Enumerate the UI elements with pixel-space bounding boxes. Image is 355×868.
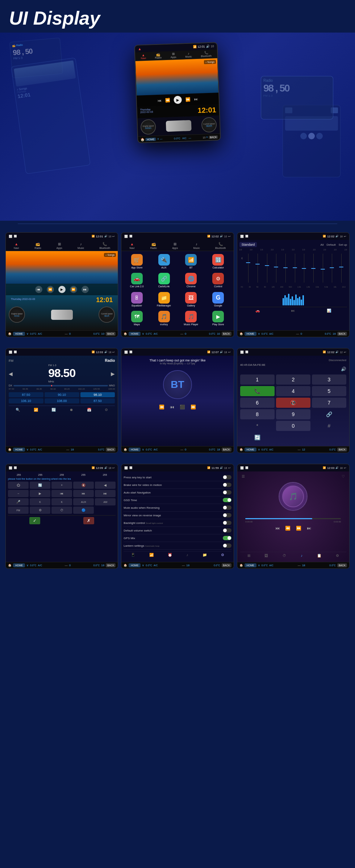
app-gallery[interactable]: 🖼Gallery bbox=[179, 292, 204, 309]
music-ff-icon[interactable]: ⏩ bbox=[296, 526, 301, 531]
cancel-button[interactable]: ✗ bbox=[83, 517, 94, 524]
confirm-button[interactable]: ✓ bbox=[29, 517, 40, 524]
app-chrome[interactable]: 🌐Chrome bbox=[179, 273, 204, 289]
toggle-lantern-switch[interactable] bbox=[223, 543, 231, 548]
app-carlink[interactable]: 🚗Car Link 2.0 bbox=[124, 273, 149, 289]
app-musicplayer[interactable]: 🎵Music Player bbox=[179, 311, 204, 327]
app-carbitlink[interactable]: 🔗CarbitLink bbox=[151, 273, 176, 289]
steer-mute[interactable]: 🔇 bbox=[73, 482, 94, 489]
steer-play[interactable]: ▶ bbox=[30, 490, 50, 497]
app-eq[interactable]: 🎚Equalizer bbox=[124, 292, 149, 309]
app-files[interactable]: 📁FileManager bbox=[151, 292, 176, 309]
prev-btn[interactable]: ⏮ bbox=[35, 286, 42, 293]
steer-k1[interactable]: K bbox=[30, 498, 50, 505]
back-button[interactable]: BACK bbox=[106, 332, 116, 336]
eq-all[interactable]: All bbox=[321, 243, 324, 246]
steer-fm[interactable]: FM bbox=[8, 507, 29, 514]
steer-volup[interactable]: + bbox=[51, 482, 72, 489]
dial-hash[interactable]: # bbox=[312, 421, 346, 431]
back-btn-settings[interactable]: BACK bbox=[222, 563, 231, 567]
settings-wifi-icon[interactable]: 📶 bbox=[149, 553, 154, 557]
ff-btn[interactable]: ⏩ bbox=[70, 286, 77, 293]
app-mxkey[interactable]: 🎵mxKey bbox=[151, 311, 176, 327]
settings-phone-icon[interactable]: 📱 bbox=[131, 553, 135, 557]
toggle-volume-switch[interactable] bbox=[223, 528, 231, 533]
steer-mic[interactable]: 🎤 bbox=[8, 498, 29, 505]
steer-ff[interactable]: ⏭ bbox=[73, 490, 94, 497]
preset-4[interactable]: 106.10 bbox=[9, 398, 43, 403]
dial-4[interactable]: 4 bbox=[276, 386, 310, 396]
preset-1[interactable]: 87.50 bbox=[9, 392, 43, 397]
music-settings-icon[interactable]: ⚙ bbox=[336, 554, 339, 558]
hangup-btn[interactable]: 📵 bbox=[276, 398, 310, 408]
music-next-icon[interactable]: ⏭ bbox=[307, 526, 311, 531]
back-btn-steering[interactable]: BACK bbox=[106, 563, 116, 567]
music-prev-icon[interactable]: ⏮ bbox=[275, 526, 280, 531]
settings-gear-icon[interactable]: ⚙ bbox=[221, 553, 224, 557]
home-btn-bt[interactable]: HOME bbox=[129, 448, 141, 452]
back-btn-phone[interactable]: BACK bbox=[337, 448, 347, 452]
dial-star[interactable]: * bbox=[240, 421, 275, 431]
back-btn-bt[interactable]: BACK bbox=[222, 448, 231, 452]
steer-k2[interactable]: K bbox=[51, 498, 72, 505]
dial-8[interactable]: 8 bbox=[240, 409, 275, 419]
home-btn-steering[interactable]: HOME bbox=[13, 563, 25, 567]
toggle-press-key-switch[interactable] bbox=[223, 475, 231, 479]
dial-0[interactable]: 0 bbox=[276, 421, 310, 431]
eq-setup[interactable]: Set up bbox=[339, 243, 347, 246]
home-btn-music[interactable]: HOME bbox=[245, 563, 256, 567]
music-heart-icon[interactable]: ♡ bbox=[342, 474, 345, 478]
preset-5[interactable]: 108.00 bbox=[45, 398, 79, 403]
music-photo-icon[interactable]: 🖼 bbox=[264, 554, 268, 558]
dial-2[interactable]: 2 bbox=[276, 374, 310, 385]
steer-next[interactable]: ⏭ bbox=[95, 490, 116, 497]
steer-voldown[interactable]: − bbox=[8, 490, 29, 497]
steer-source[interactable]: 🔄 bbox=[30, 482, 50, 489]
preset-2[interactable]: 90.10 bbox=[45, 392, 79, 397]
toggle-gsd-switch[interactable] bbox=[223, 498, 231, 502]
steer-am[interactable]: AM bbox=[95, 498, 116, 505]
toggle-gps-switch[interactable] bbox=[223, 536, 231, 540]
refresh-btn[interactable]: 🔄 bbox=[240, 432, 275, 443]
preset-3[interactable]: 98.10 bbox=[80, 392, 115, 397]
freq-prev[interactable]: ◀ bbox=[9, 371, 13, 377]
steer-rew[interactable]: ⏮ bbox=[51, 490, 72, 497]
music-note-icon[interactable]: ♪ bbox=[301, 554, 302, 558]
settings-time-icon[interactable]: ⏰ bbox=[168, 553, 172, 557]
app-playstore[interactable]: ▶Play Store bbox=[206, 311, 231, 327]
music-list-icon[interactable]: 📋 bbox=[317, 554, 321, 558]
toggle-brake-switch[interactable] bbox=[223, 483, 231, 487]
play-btn[interactable]: ▶ bbox=[58, 286, 66, 293]
back-btn-music[interactable]: BACK bbox=[337, 563, 347, 567]
bt-ff[interactable]: ⏩ bbox=[191, 405, 196, 410]
steer-gear[interactable]: ⚙ bbox=[30, 507, 50, 514]
app-control[interactable]: ⚙Control bbox=[206, 273, 231, 289]
steer-prev[interactable]: ◀ bbox=[95, 482, 116, 489]
speaker-icon[interactable]: 🔊 bbox=[341, 367, 346, 372]
dial-7[interactable]: 7 bbox=[312, 398, 346, 408]
home-btn-settings[interactable]: HOME bbox=[129, 563, 141, 567]
toggle-mute-switch[interactable] bbox=[223, 505, 231, 510]
home-btn-radio[interactable]: HOME bbox=[13, 448, 25, 452]
app-aux[interactable]: 🔌AUX bbox=[151, 254, 176, 271]
steer-aux[interactable]: AUX bbox=[73, 498, 94, 505]
steer-power[interactable]: ⏻ bbox=[8, 482, 29, 489]
media-controls[interactable]: ⏮ ⏪ ▶ ⏩ ⏭ bbox=[6, 284, 118, 295]
toggle-mirror-switch[interactable] bbox=[223, 513, 231, 517]
radio-eq-icon[interactable]: 📶 bbox=[34, 408, 38, 412]
home-btn-apps[interactable]: HOME bbox=[129, 332, 141, 336]
home-btn-eq[interactable]: HOME bbox=[245, 332, 256, 336]
dial-9[interactable]: 9 bbox=[276, 409, 310, 419]
settings-music-icon[interactable]: ♪ bbox=[187, 553, 188, 557]
back-btn-apps[interactable]: BACK bbox=[222, 332, 231, 336]
bt-rewind[interactable]: ⏪ bbox=[159, 405, 164, 410]
music-grid-icon[interactable]: ⊞ bbox=[247, 554, 250, 558]
app-google[interactable]: GGoogle bbox=[206, 292, 231, 309]
preset-6[interactable]: 87.50 bbox=[80, 398, 115, 403]
steer-bt[interactable]: 🔵 bbox=[73, 507, 94, 514]
music-menu-icon[interactable]: ☰ bbox=[242, 474, 245, 478]
radio-search-icon[interactable]: 🔍 bbox=[16, 408, 20, 412]
toggle-nav-switch[interactable] bbox=[223, 490, 231, 495]
dial-1[interactable]: 1 bbox=[240, 374, 275, 385]
radio-rec-icon[interactable]: ⏺ bbox=[70, 408, 73, 412]
